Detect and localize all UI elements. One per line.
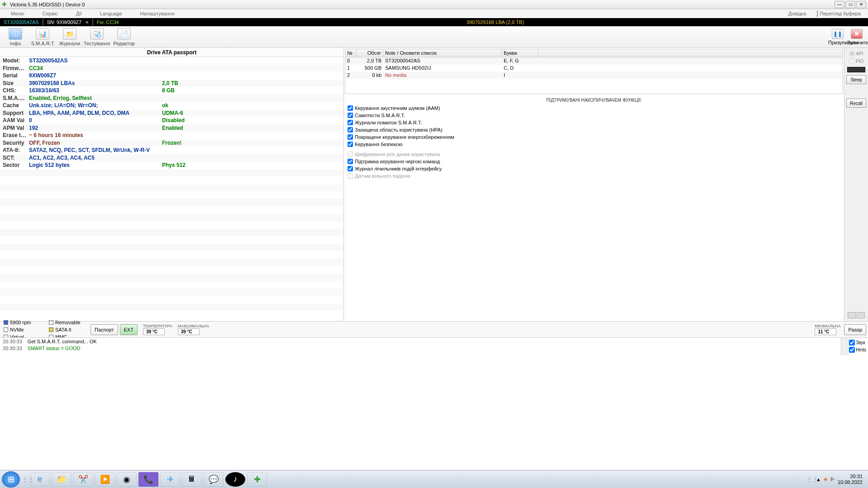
side-panel: API PIO Sleep Recall (844, 48, 868, 321)
passport-button[interactable]: Паспорт (91, 324, 118, 335)
passport-row: S.M.A.…Enabled, Errlog, Selftest (0, 95, 343, 102)
toolbar: ⓘІнфо 📊S.M.A.R.T 📁Журнали 🩺Тестування 📄Р… (0, 26, 868, 48)
menu-item[interactable]: Меню (2, 11, 33, 16)
menu-item[interactable]: Налаштування (131, 11, 184, 16)
sound-toggle[interactable]: Звук (849, 339, 866, 346)
mini-icon[interactable] (857, 312, 865, 318)
features-list: Керування акустичним шумом (AAM)Самотест… (344, 104, 844, 180)
sata-indicator: SATA II (49, 326, 91, 333)
ext-button[interactable]: EXT (120, 324, 138, 335)
device-row[interactable]: 02,0 TBST32000542ASE, F, G (345, 57, 843, 65)
close-button[interactable]: ✕ (856, 1, 866, 8)
passport-row: Serial9XW009Z7 (0, 72, 343, 80)
passport-row: AAM Val0Disabled (0, 117, 343, 124)
info-strip: ST32000542AS SN: 9XW009Z7 × Fw: CC34 390… (0, 18, 868, 26)
pause-button[interactable]: ❚❚Призупинити (828, 29, 847, 45)
log-row: 20:30:33Get S.M.A.R.T. command... OK (3, 339, 865, 346)
mini-icon[interactable] (848, 312, 856, 318)
maximize-button[interactable]: ▭ (845, 1, 855, 8)
device-list[interactable]: № Обсяг Note / Оновити список Букви 02,0… (345, 49, 843, 94)
quicklaunch-grip: ⋮⋮ (22, 478, 27, 481)
feature-checkbox[interactable]: Самотести S.M.A.R.T. (348, 112, 840, 119)
menu-buffer[interactable]: Перегляд буфера (811, 11, 866, 16)
menu-item[interactable]: Сервіс (33, 11, 67, 16)
passport-title: Drive ATA passport (0, 48, 343, 57)
start-button[interactable]: ⊞ (2, 471, 20, 488)
main-area: Drive ATA passport Model:ST32000542ASFir… (0, 48, 868, 321)
passport-row: Erase t…~ 6 hours 16 minutes (0, 132, 343, 139)
passport-panel: Drive ATA passport Model:ST32000542ASFir… (0, 48, 344, 321)
tab-test[interactable]: 🩺Тестування (83, 28, 110, 46)
feature-checkbox[interactable]: Керування акустичним шумом (AAM) (348, 104, 840, 112)
menu-item[interactable]: Language (91, 11, 131, 16)
pio-radio[interactable]: PIO (849, 58, 863, 64)
feature-checkbox[interactable]: Керування безпекою (348, 141, 840, 148)
feature-checkbox[interactable]: Журнали помилок S.M.A.R.T. (348, 119, 840, 126)
taskbar-chrome-icon[interactable]: ◉ (117, 472, 137, 487)
tray-icon[interactable]: ▲ (816, 477, 821, 482)
tab-smart[interactable]: 📊S.M.A.R.T (29, 28, 56, 46)
sleep-button[interactable]: Sleep (846, 75, 866, 84)
feature-checkbox[interactable]: Покращене керування енергозбереженням (348, 133, 840, 141)
taskbar-viber-icon[interactable]: 📞 (138, 472, 158, 487)
tray-icon[interactable]: ◆ (824, 476, 827, 482)
tab-editor[interactable]: 📄Редактор (110, 28, 138, 46)
temp-current: ТЕМПЕРАТУРА39 °C (143, 324, 172, 335)
feature-checkbox[interactable]: Підтримка керування чергою команд (348, 158, 840, 165)
passport-row: Model:ST32000542AS (0, 57, 343, 65)
passport-row: SectorLogic 512 bytesPhys 512 (0, 161, 343, 169)
removable-check: Removable (49, 319, 91, 326)
device-row[interactable]: 20 kbNo mediaI (345, 72, 843, 79)
taskbar-calc-icon[interactable]: 🖩 (182, 472, 202, 487)
app-icon (2, 1, 8, 8)
taskbar-snip-icon[interactable]: ✂️ (73, 472, 93, 487)
mode-indicator (847, 67, 865, 72)
taskbar-ie-icon[interactable]: e (30, 472, 50, 487)
recall-button[interactable]: Recall (846, 99, 866, 108)
feature-checkbox[interactable]: Захищена область користувача (HPA) (348, 126, 840, 133)
minimize-button[interactable]: — (835, 1, 844, 8)
taskbar-telegram-icon[interactable]: ✈ (160, 472, 180, 487)
passport-row: Size3907029168 LBAs2,0 TB (0, 80, 343, 87)
info-lba: 3907029168 LBA (2,0 TB) (463, 19, 528, 25)
taskbar-victoria-icon[interactable]: ✚ (247, 472, 267, 487)
taskbar-tiktok-icon[interactable]: ♪ (225, 472, 245, 487)
passport-row: CacheUnk.size; L/A=ON; Wr=ON;ok (0, 102, 343, 109)
api-radio[interactable]: API (849, 51, 863, 57)
feature-checkbox: Шифрування усіх даних користувача (348, 151, 840, 158)
passport-row: CHS:16383/16/638 GB (0, 87, 343, 95)
passp-button[interactable]: Passp (844, 324, 866, 335)
nvme-check: NVMe (4, 326, 45, 333)
feature-checkbox: Датчик вільного падіння (348, 172, 840, 180)
passport-table: Model:ST32000542ASFirmw…CC34Serial9XW009… (0, 57, 343, 321)
passport-row: SupportLBA, HPA, AAM, APM, DLM, DCO, DMA… (0, 109, 343, 117)
info-model: ST32000542AS (0, 19, 43, 25)
taskbar-app-icon[interactable]: 💬 (204, 472, 224, 487)
system-tray[interactable]: ⋮⋮ ▲ ◆ 🏳 20:31 10.08.2022 (804, 474, 866, 485)
passport-row: SecurityOFF, FrozenFrozen! (0, 139, 343, 147)
taskbar-media-icon[interactable]: ▶️ (95, 472, 115, 487)
hints-toggle[interactable]: Hints (849, 346, 866, 353)
log-scrollbar[interactable] (841, 338, 849, 355)
taskbar-explorer-icon[interactable]: 📁 (52, 472, 72, 487)
menu-help[interactable]: Довідка (783, 11, 812, 16)
device-row[interactable]: 1500 GBSAMSUNG HD502IJC, D (345, 65, 843, 72)
menu-item[interactable]: Дії (67, 11, 91, 16)
feature-checkbox[interactable]: Журнал лічильників подій інтерфейсу (348, 165, 840, 172)
info-sn: SN: 9XW009Z7 × (43, 19, 92, 25)
tray-icon[interactable]: 🏳 (830, 477, 835, 482)
rpm-indicator: 5900 rpm (4, 319, 45, 326)
passport-row: SCT:AC1, AC2, AC3, AC4, AC5 (0, 154, 343, 162)
device-list-header: № Обсяг Note / Оновити список Букви (345, 49, 843, 57)
window-title: Victoria 5.35 HDD/SSD | Device 0 (10, 2, 85, 7)
status-bar: 5900 rpm Removable NVMe SATA II Virtual … (0, 321, 868, 337)
passport-row: Firmw…CC34 (0, 65, 343, 72)
stop-button[interactable]: ✖Зупинити (847, 29, 866, 45)
tab-info[interactable]: ⓘІнфо (2, 28, 29, 46)
tab-logs[interactable]: 📁Журнали (56, 28, 83, 46)
titlebar: Victoria 5.35 HDD/SSD | Device 0 — ▭ ✕ (0, 0, 868, 9)
taskbar-clock[interactable]: 20:31 10.08.2022 (838, 474, 863, 485)
info-fw: Fw: CC34 (93, 19, 123, 25)
log-panel: 20:30:33Get S.M.A.R.T. command... OK20:3… (0, 337, 868, 355)
taskbar: ⊞ ⋮⋮ e 📁 ✂️ ▶️ ◉ 📞 ✈ 🖩 💬 ♪ ✚ ⋮⋮ ▲ ◆ 🏳 20… (0, 470, 868, 488)
